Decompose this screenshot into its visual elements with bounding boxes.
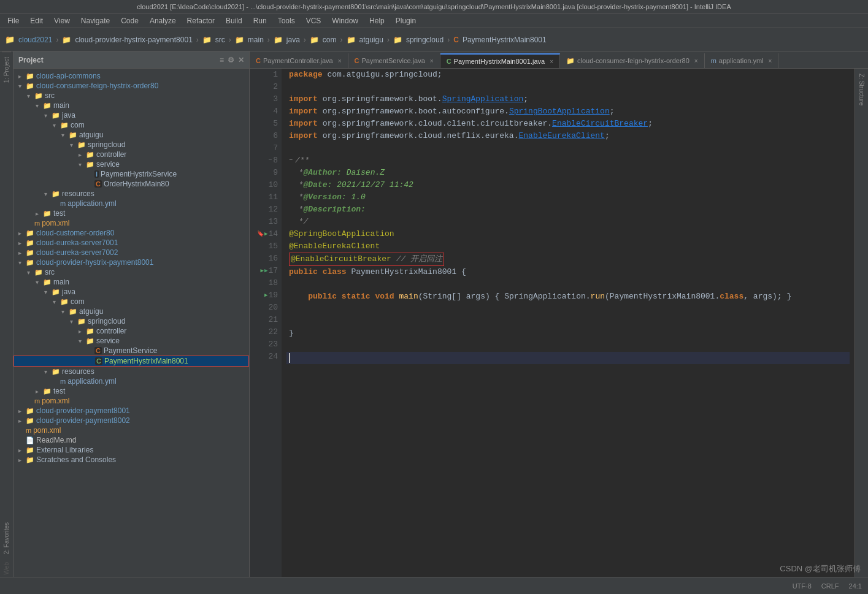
tree-label-16: cloud-customer-order80: [36, 229, 114, 237]
tree-item-28[interactable]: CPaymentService: [13, 346, 249, 356]
tree-item-15[interactable]: mpom.xml: [13, 218, 249, 228]
tree-item-12[interactable]: ▾📁resources: [13, 189, 249, 199]
code-content[interactable]: package com.atguigu.springcloud; import …: [282, 69, 855, 577]
side-label-favorites[interactable]: 2: Favorites: [2, 517, 11, 559]
project-settings-icon[interactable]: ⚙: [228, 56, 234, 64]
tree-item-16[interactable]: ▸📁cloud-customer-order80: [13, 228, 249, 238]
toolbar-src[interactable]: src: [215, 36, 225, 44]
status-line-ending[interactable]: CRLF: [821, 582, 839, 590]
project-tree[interactable]: ▸📁cloud-api-commons▾📁cloud-consumer-feig…: [13, 69, 249, 577]
ln-6: 6: [250, 130, 278, 142]
tree-item-17[interactable]: ▸📁cloud-eureka-server7001: [13, 238, 249, 248]
tree-item-11[interactable]: COrderHystrixMain80: [13, 179, 249, 189]
tree-item-14[interactable]: ▸📁test: [13, 208, 249, 218]
tree-item-23[interactable]: ▾📁com: [13, 297, 249, 307]
toolbar-file-icon: C: [453, 36, 459, 44]
menu-vcs[interactable]: VCS: [301, 15, 326, 26]
tree-item-13[interactable]: mapplication.yml: [13, 199, 249, 208]
menu-navigate[interactable]: Navigate: [76, 15, 115, 26]
tree-item-37[interactable]: 📄ReadMe.md: [13, 435, 249, 445]
tree-item-10[interactable]: IPaymentHystrixService: [13, 169, 249, 179]
tree-item-0[interactable]: ▸📁cloud-api-commons: [13, 71, 249, 81]
tree-item-3[interactable]: ▾📁main: [13, 101, 249, 110]
toolbar-java[interactable]: java: [286, 36, 300, 44]
toolbar-springcloud[interactable]: springcloud: [406, 36, 444, 44]
code-line-2: [286, 81, 850, 93]
toolbar-main[interactable]: main: [248, 36, 264, 44]
project-close-icon[interactable]: ✕: [238, 56, 244, 64]
tree-item-7[interactable]: ▾📁springcloud: [13, 140, 249, 150]
run-gutter-17[interactable]: ▶: [261, 265, 264, 277]
tab-payment-hystrix-main[interactable]: C PaymentHystrixMain8001.java ×: [440, 53, 560, 68]
tree-item-34[interactable]: ▸📁cloud-provider-payment8001: [13, 406, 249, 416]
menu-window[interactable]: Window: [327, 15, 363, 26]
toolbar-module-name[interactable]: cloud-provider-hystrix-payment8001: [75, 36, 192, 44]
status-encoding[interactable]: UTF-8: [793, 582, 812, 590]
tree-item-38[interactable]: ▸📁External Libraries: [13, 445, 249, 455]
fold-toggle-8[interactable]: −: [289, 154, 293, 167]
tree-item-6[interactable]: ▾📁atguigu: [13, 130, 249, 140]
tab-cloud-consumer[interactable]: 📁 cloud-consumer-feign-hystrix-order80 ×: [560, 53, 705, 68]
toolbar-src-icon: 📁: [202, 36, 212, 44]
tree-item-27[interactable]: ▾📁service: [13, 336, 249, 346]
menu-build[interactable]: Build: [221, 15, 247, 26]
tree-item-21[interactable]: ▾📁main: [13, 277, 249, 287]
run-gutter-19[interactable]: ▶: [264, 289, 267, 302]
tree-item-8[interactable]: ▸📁controller: [13, 150, 249, 159]
tree-item-30[interactable]: ▾📁resources: [13, 367, 249, 376]
debug-gutter-17[interactable]: ▶: [264, 265, 267, 277]
project-collapse-icon[interactable]: ≡: [220, 56, 224, 64]
tab-application-yml[interactable]: m application.yml ×: [705, 53, 779, 68]
tree-item-24[interactable]: ▾📁atguigu: [13, 307, 249, 316]
menu-code[interactable]: Code: [116, 15, 144, 26]
tree-item-5[interactable]: ▾📁com: [13, 120, 249, 130]
tree-item-18[interactable]: ▸📁cloud-eureka-server7002: [13, 248, 249, 257]
ln-20: 20: [250, 302, 278, 314]
code-editor[interactable]: 1 2 3 4 5 6 7 − 8 9 10 11 12 13: [250, 69, 868, 577]
tree-item-20[interactable]: ▾📁src: [13, 267, 249, 277]
tab-close-cloud-consumer[interactable]: ×: [694, 58, 698, 64]
side-label-project[interactable]: 1: Project: [2, 51, 11, 88]
tree-item-39[interactable]: ▸📁Scratches and Consoles: [13, 455, 249, 465]
toolbar-com[interactable]: com: [323, 36, 337, 44]
menu-view[interactable]: View: [49, 15, 75, 26]
tree-item-9[interactable]: ▾📁service: [13, 159, 249, 169]
tab-close-payment-service[interactable]: ×: [430, 58, 434, 64]
tree-item-31[interactable]: mapplication.yml: [13, 376, 249, 386]
menu-plugin[interactable]: Plugin: [391, 15, 421, 26]
tree-item-26[interactable]: ▸📁controller: [13, 326, 249, 336]
side-label-structure[interactable]: Z: Structure: [857, 69, 866, 110]
tab-close-application-yml[interactable]: ×: [769, 58, 772, 64]
tree-item-32[interactable]: ▸📁test: [13, 386, 249, 396]
tree-item-35[interactable]: ▸📁cloud-provider-payment8002: [13, 416, 249, 425]
run-gutter-14[interactable]: ▶: [264, 228, 267, 240]
toolbar-file-name[interactable]: PaymentHystrixMain8001: [463, 36, 547, 44]
toolbar-atguigu[interactable]: atguigu: [359, 36, 383, 44]
tree-item-29[interactable]: CPaymentHystrixMain8001: [13, 356, 249, 367]
code-line-1: package com.atguigu.springcloud;: [286, 69, 850, 81]
tree-item-36[interactable]: mpom.xml: [13, 425, 249, 435]
menu-analyze[interactable]: Analyze: [145, 15, 181, 26]
tab-payment-service[interactable]: C PaymentService.java ×: [348, 53, 440, 68]
side-label-web[interactable]: Web: [2, 560, 11, 577]
tab-payment-controller[interactable]: C PaymentController.java ×: [250, 53, 348, 68]
menu-refactor[interactable]: Refactor: [182, 15, 220, 26]
tab-close-payment-controller[interactable]: ×: [338, 58, 342, 64]
menu-help[interactable]: Help: [364, 15, 390, 26]
tree-item-19[interactable]: ▾📁cloud-provider-hystrix-payment8001: [13, 257, 249, 267]
tree-item-25[interactable]: ▾📁springcloud: [13, 316, 249, 326]
menu-file[interactable]: File: [2, 15, 24, 26]
menu-run[interactable]: Run: [248, 15, 272, 26]
tree-item-4[interactable]: ▾📁java: [13, 110, 249, 120]
tree-item-33[interactable]: mpom.xml: [13, 396, 249, 406]
tree-item-22[interactable]: ▾📁java: [13, 287, 249, 297]
tree-label-1: cloud-consumer-feign-hystrix-order80: [36, 82, 158, 90]
ln-17: ▶ ▶ 17: [250, 265, 278, 277]
tab-close-payment-hystrix-main[interactable]: ×: [550, 58, 553, 65]
tree-item-1[interactable]: ▾📁cloud-consumer-feign-hystrix-order80: [13, 81, 249, 91]
line-numbers: 1 2 3 4 5 6 7 − 8 9 10 11 12 13: [250, 69, 282, 363]
menu-tools[interactable]: Tools: [273, 15, 300, 26]
tree-item-2[interactable]: ▾📁src: [13, 91, 249, 101]
menu-edit[interactable]: Edit: [25, 15, 48, 26]
toolbar-project-name[interactable]: cloud2021: [18, 36, 52, 44]
